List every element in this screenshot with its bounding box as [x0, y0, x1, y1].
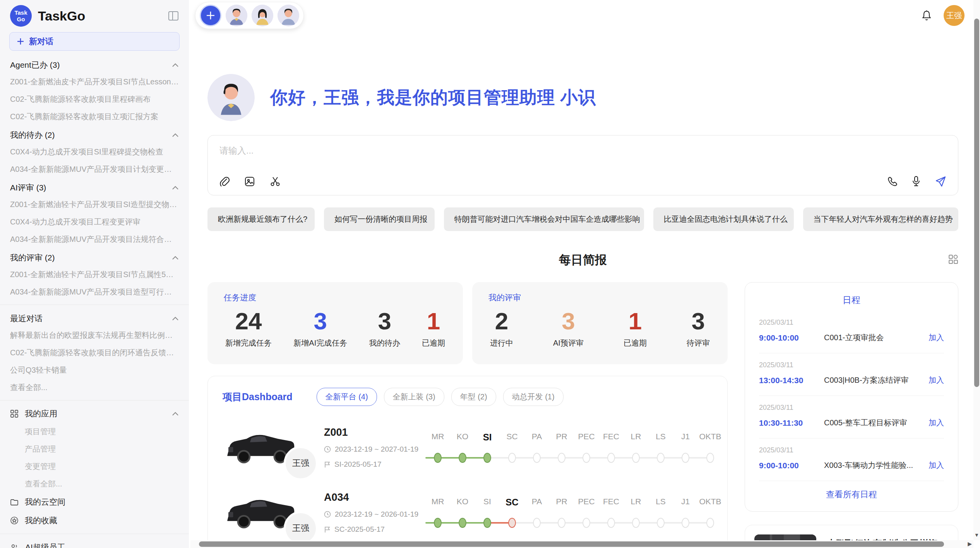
send-icon[interactable]: [935, 176, 946, 187]
milestone-label-current: SC: [505, 497, 518, 509]
milestone-label: PR: [556, 432, 567, 444]
stat-label: 进行中: [490, 338, 513, 348]
sidebar-task-item[interactable]: Z001-全新燃油皮卡产品开发项目SI节点Lesson Learn报告: [0, 73, 189, 91]
stat-label: 新增完成任务: [225, 338, 272, 348]
app-item-project-mgmt[interactable]: 项目管理: [0, 423, 189, 440]
layout-grid-icon[interactable]: [948, 254, 958, 264]
clock-icon: [324, 446, 331, 453]
horizontal-scrollbar[interactable]: ▶: [190, 540, 973, 548]
join-link[interactable]: 加入: [929, 375, 944, 385]
filter-powertrain[interactable]: 动总开发 (1): [503, 388, 564, 406]
sidebar-task-item[interactable]: A034-全新新能源MUV产品开发项目计划变更表编写: [0, 161, 189, 178]
new-chat-button[interactable]: 新对话: [9, 32, 180, 51]
project-dates: 2023-12-19 ~ 2027-01-19: [324, 445, 425, 454]
milestone-label: MR: [432, 432, 444, 444]
clock-icon: [324, 511, 331, 518]
chevron-up-icon[interactable]: [172, 412, 179, 416]
project-row-z001[interactable]: 王强 Z001 2023-12-19 ~ 2027-01-19: [223, 424, 713, 471]
milestone-timeline: MR KO SI SC PA PR PEC FEC LR LS: [425, 432, 723, 463]
notification-bell-icon[interactable]: [921, 10, 932, 21]
ai-super-staff[interactable]: AI超级员工: [0, 538, 189, 548]
suggestion-chip[interactable]: 欧洲新规最近颁布了什么?: [207, 207, 315, 231]
recent-chat-item[interactable]: 解释最新出台的欧盟报废车法规再生塑料比例被调至15%...: [0, 327, 189, 344]
project-row-a034[interactable]: 王强 A034 2023-12-19 ~ 2026-01-19: [223, 489, 713, 536]
agent-avatar-3[interactable]: [278, 5, 299, 26]
scroll-right-arrow-icon[interactable]: ▶: [968, 541, 972, 547]
sidebar-header: Task Go TaskGo: [0, 0, 189, 30]
vertical-scrollbar-thumb[interactable]: [974, 19, 979, 387]
section-recent-chats[interactable]: 最近对话: [0, 309, 189, 327]
suggestion-chip[interactable]: 特朗普可能对进口汽车增税会对中国车企造成哪些影响: [444, 207, 644, 231]
sidebar-task-item[interactable]: C02-飞腾新能源轻客改款项目立项汇报方案: [0, 108, 189, 125]
apps-view-all[interactable]: 查看全部...: [0, 475, 189, 493]
suggestion-chip[interactable]: 当下年轻人对汽车外观有怎样的喜好趋势: [803, 207, 958, 231]
input-actions: [219, 176, 946, 187]
filter-new-platform[interactable]: 全新平台 (4): [317, 388, 377, 406]
flag-icon: [324, 526, 331, 533]
section-my-review[interactable]: 我的评审 (2): [0, 248, 189, 266]
agent-avatar-1[interactable]: [226, 5, 247, 26]
phone-icon[interactable]: [887, 176, 898, 187]
chevron-up-icon[interactable]: [172, 133, 179, 137]
chevron-up-icon[interactable]: [172, 63, 179, 67]
milestone-label: LR: [631, 432, 641, 444]
sidebar-collapse-icon[interactable]: [168, 11, 179, 21]
schedule-item: 2025/03/11 9:00-10:00 X003-车辆动力学性能验... 加…: [759, 438, 944, 481]
sidebar-task-item[interactable]: A034-全新新能源MUV产品开发项目法规符合性评审: [0, 231, 189, 248]
filter-new-body[interactable]: 全新上装 (3): [384, 388, 444, 406]
suggestion-chip[interactable]: 比亚迪全固态电池计划具体说了什么: [653, 207, 794, 231]
my-favorites[interactable]: 我的收藏: [0, 511, 189, 530]
sidebar-task-item[interactable]: C0X4-动力总成开发项目工程变更评审: [0, 213, 189, 231]
agent-avatar-2[interactable]: [252, 5, 273, 26]
sidebar-task-item[interactable]: A034-全新新能源MUV产品开发项目造型可行性评审: [0, 283, 189, 301]
join-link[interactable]: 加入: [929, 418, 944, 428]
stat-label: 新增AI完成任务: [293, 338, 347, 348]
milestone-dot-pending: [632, 453, 640, 463]
sidebar-task-item[interactable]: C0X4-动力总成开发项目SI里程碑提交物检查: [0, 143, 189, 161]
milestone-label: LR: [631, 497, 641, 509]
stat-value: 3: [687, 306, 710, 336]
new-chat-label: 新对话: [29, 36, 53, 47]
horizontal-scrollbar-thumb[interactable]: [199, 541, 944, 547]
chevron-up-icon[interactable]: [172, 186, 179, 190]
join-link[interactable]: 加入: [929, 460, 944, 471]
microphone-icon[interactable]: [911, 176, 921, 187]
sidebar-task-item[interactable]: C02-飞腾新能源轻客改款项目里程碑画布: [0, 91, 189, 108]
attachment-icon[interactable]: [219, 176, 230, 187]
chevron-up-icon[interactable]: [172, 317, 179, 321]
milestone-dot-pending: [682, 518, 689, 528]
user-avatar[interactable]: 王强: [944, 5, 965, 26]
vertical-scrollbar[interactable]: ▼: [973, 0, 980, 540]
sidebar-divider: [0, 534, 189, 534]
taskgo-logo: Task Go: [10, 5, 32, 27]
filter-model-year[interactable]: 年型 (2): [451, 388, 496, 406]
stat-my-todo: 3 我的待办: [369, 306, 400, 348]
app-item-change-mgmt[interactable]: 变更管理: [0, 458, 189, 475]
add-agent-button[interactable]: [200, 5, 221, 26]
milestone-label: KO: [457, 497, 468, 509]
section-ai-review[interactable]: AI评审 (3): [0, 178, 189, 196]
view-all-schedule-link[interactable]: 查看所有日程: [759, 481, 944, 506]
project-flag: SC-2025-05-17: [324, 525, 425, 534]
section-my-todo[interactable]: 我的待办 (2): [0, 125, 189, 143]
owner-name: 王强: [292, 457, 309, 469]
main-content: 你好，王强，我是你的项目管理助理 小识 请输入...: [189, 74, 980, 548]
sidebar-task-item[interactable]: Z001-全新燃油轻卡产品开发项目SI造型提交物评审: [0, 196, 189, 213]
schedule-event-title: C005-整车工程目标评审: [824, 418, 929, 428]
image-icon[interactable]: [244, 176, 255, 187]
section-agent-done[interactable]: Agent已办 (3): [0, 55, 189, 73]
chevron-up-icon[interactable]: [172, 256, 179, 260]
recent-chat-item[interactable]: C02-飞腾新能源轻客改款项目的闭环通告反馈情况: [0, 344, 189, 361]
my-cloud-space[interactable]: 我的云空间: [0, 493, 189, 511]
scroll-down-arrow-icon[interactable]: ▼: [973, 532, 980, 538]
milestone-label: FEC: [603, 432, 619, 444]
my-apps[interactable]: 我的应用: [0, 404, 189, 423]
suggestion-chip[interactable]: 如何写一份清晰的项目周报: [324, 207, 435, 231]
chat-input-box[interactable]: 请输入...: [207, 135, 958, 195]
recent-chat-item[interactable]: 公司Q3轻卡销量: [0, 361, 189, 379]
app-item-product-mgmt[interactable]: 产品管理: [0, 440, 189, 458]
scissors-icon[interactable]: [270, 176, 281, 187]
recent-chats-view-all[interactable]: 查看全部...: [0, 379, 189, 396]
sidebar-task-item[interactable]: Z001-全新燃油轻卡产品开发项目SI节点属性5D文件评审: [0, 266, 189, 283]
join-link[interactable]: 加入: [929, 332, 944, 343]
